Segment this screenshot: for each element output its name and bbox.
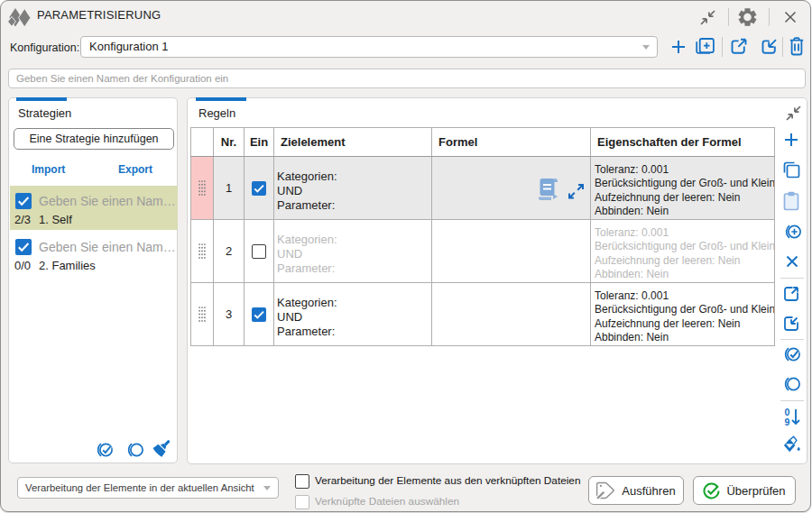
svg-text:9: 9 bbox=[785, 417, 790, 426]
